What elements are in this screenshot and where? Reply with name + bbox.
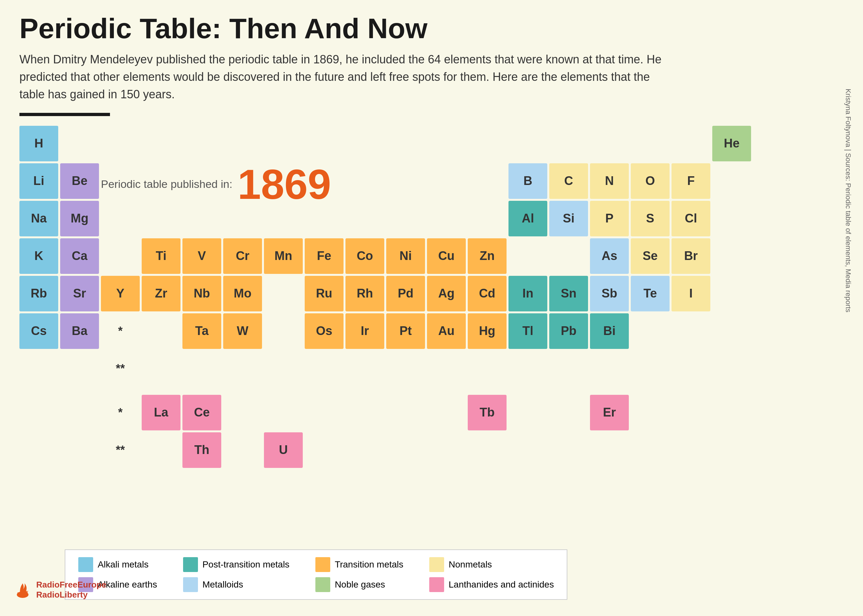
empty	[19, 432, 58, 468]
legend-noble-gases: Noble gases	[315, 577, 403, 592]
element-Fe: Fe	[305, 238, 344, 274]
empty	[305, 432, 344, 468]
empty	[631, 395, 670, 431]
empty	[427, 395, 466, 431]
empty	[590, 126, 629, 161]
decorative-bar	[19, 113, 110, 116]
element-Ir: Ir	[346, 313, 384, 349]
source-label: Sources: Periodic table of elements, Med…	[844, 153, 852, 313]
element-La: La	[141, 395, 181, 431]
element-Pd: Pd	[386, 276, 425, 311]
empty	[468, 163, 506, 199]
element-Se: Se	[631, 238, 670, 274]
post-transition-swatch	[183, 557, 198, 572]
logo-area: RadioFreeEurope RadioLiberty	[13, 580, 107, 600]
empty	[712, 432, 751, 468]
empty	[386, 163, 425, 199]
empty	[182, 351, 221, 387]
actinide-placeholder: **	[101, 351, 140, 387]
empty	[508, 432, 547, 468]
empty	[508, 126, 547, 161]
empty	[141, 313, 181, 349]
element-Ba: Ba	[60, 313, 99, 349]
legend-post-transition: Post-transition metals	[183, 557, 289, 572]
pt-row-1: H He	[19, 126, 844, 161]
empty	[182, 163, 221, 199]
empty	[101, 201, 140, 236]
author-text: Kristyna Foltynova	[844, 89, 852, 147]
empty	[182, 126, 221, 161]
empty	[264, 163, 303, 199]
metalloid-swatch	[183, 577, 198, 592]
element-K: K	[19, 238, 58, 274]
logo-text-area: RadioFreeEurope RadioLiberty	[36, 580, 107, 600]
lanthanide-label: Lanthanides and actinides	[449, 580, 554, 590]
empty	[590, 351, 629, 387]
legend-col-3: Transition metals Noble gases	[315, 557, 403, 592]
element-As: As	[590, 238, 629, 274]
empty	[427, 126, 466, 161]
element-Sn: Sn	[549, 276, 588, 311]
source-separator: |	[844, 149, 852, 153]
logo-icon	[13, 580, 32, 600]
empty	[468, 126, 506, 161]
legend-alkali-metals: Alkali metals	[78, 557, 157, 572]
empty	[346, 201, 384, 236]
empty	[549, 126, 588, 161]
empty	[141, 201, 181, 236]
empty	[549, 432, 588, 468]
actinide-row: ** Th U	[19, 432, 844, 468]
element-I: I	[671, 276, 711, 311]
element-Au: Au	[427, 313, 466, 349]
empty	[223, 432, 262, 468]
empty	[386, 351, 425, 387]
empty	[427, 351, 466, 387]
element-N: N	[590, 163, 629, 199]
empty	[305, 395, 344, 431]
empty	[60, 432, 99, 468]
pt-row-6: Cs Ba * Ta W Os Ir Pt Au Hg Tl Pb Bi	[19, 313, 844, 349]
element-H: H	[19, 126, 58, 161]
empty	[386, 395, 425, 431]
empty	[712, 351, 751, 387]
lanthanide-placeholder: *	[101, 313, 140, 349]
element-Mn: Mn	[264, 238, 303, 274]
element-Er: Er	[590, 395, 629, 431]
element-Pt: Pt	[386, 313, 425, 349]
year-overlay-cell	[101, 163, 140, 199]
pt-row-5: Rb Sr Y Zr Nb Mo Ru Rh Pd Ag Cd In Sn Sb…	[19, 276, 844, 311]
empty	[141, 351, 181, 387]
legend-col-4: Nonmetals Lanthanides and actinides	[429, 557, 554, 592]
empty	[386, 201, 425, 236]
element-Te: Te	[631, 276, 670, 311]
empty	[712, 313, 751, 349]
alkali-label: Alkali metals	[98, 559, 148, 570]
nonmetal-swatch	[429, 557, 444, 572]
empty	[305, 126, 344, 161]
empty	[19, 395, 58, 431]
element-Ta: Ta	[182, 313, 221, 349]
transition-swatch	[315, 557, 330, 572]
empty	[671, 313, 711, 349]
alkaline-label: Alkaline earths	[98, 580, 157, 590]
source-text: Kristyna Foltynova | Sources: Periodic t…	[844, 89, 852, 313]
element-Ce: Ce	[182, 395, 221, 431]
empty	[101, 126, 140, 161]
element-Zn: Zn	[468, 238, 506, 274]
empty	[264, 201, 303, 236]
empty	[671, 432, 711, 468]
element-Rb: Rb	[19, 276, 58, 311]
empty	[549, 395, 588, 431]
element-Cs: Cs	[19, 313, 58, 349]
empty	[631, 126, 670, 161]
element-W: W	[223, 313, 262, 349]
empty	[631, 351, 670, 387]
element-Tl: Tl	[508, 313, 547, 349]
element-Be: Be	[60, 163, 99, 199]
empty	[223, 163, 262, 199]
post-transition-label: Post-transition metals	[203, 559, 289, 570]
empty	[468, 432, 506, 468]
element-Mg: Mg	[60, 201, 99, 236]
empty	[590, 432, 629, 468]
empty	[305, 351, 344, 387]
